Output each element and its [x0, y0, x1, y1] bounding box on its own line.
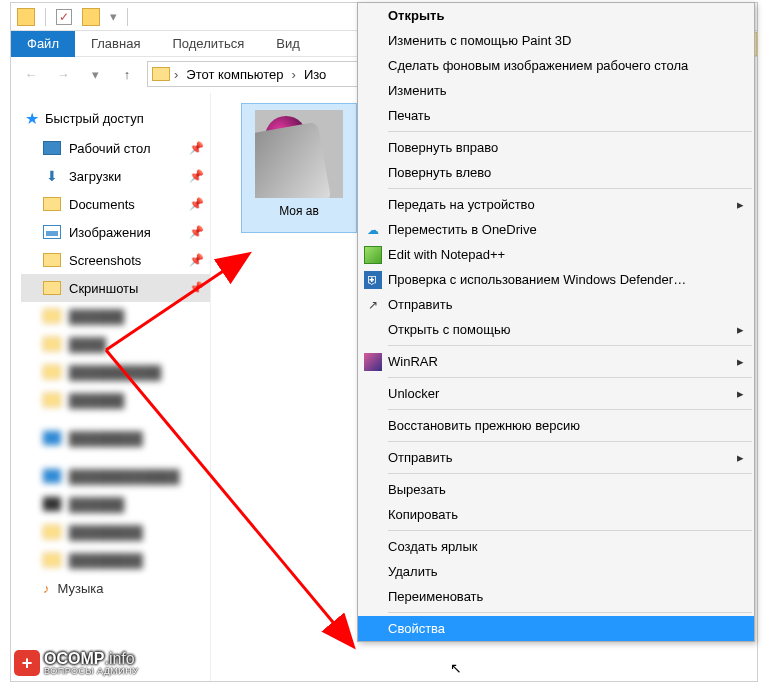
- ctx-label: Переместить в OneDrive: [388, 222, 537, 237]
- tab-home[interactable]: Главная: [75, 36, 156, 51]
- ctx-print[interactable]: Печать: [358, 103, 754, 128]
- ctx-unlocker[interactable]: Unlocker▸: [358, 381, 754, 406]
- separator: [127, 8, 128, 26]
- ctx-label: WinRAR: [388, 354, 438, 369]
- ctx-sendto[interactable]: Отправить▸: [358, 445, 754, 470]
- ctx-rotate-left[interactable]: Повернуть влево: [358, 160, 754, 185]
- ctx-label: Отправить: [388, 450, 452, 465]
- cursor-icon: ↖: [450, 660, 462, 676]
- sidebar: ★ Быстрый доступ Рабочий стол 📌 ⬇ Загруз…: [11, 93, 211, 681]
- chevron-right-icon: ▸: [737, 322, 744, 337]
- tab-file[interactable]: Файл: [11, 31, 75, 57]
- download-icon: ⬇: [43, 168, 61, 184]
- defender-icon: ⛨: [364, 271, 382, 289]
- sidebar-quick-access[interactable]: ★ Быстрый доступ: [21, 103, 210, 134]
- sidebar-item-screenshots[interactable]: Screenshots 📌: [21, 246, 210, 274]
- ctx-properties[interactable]: Свойства: [358, 616, 754, 641]
- chevron-right-icon[interactable]: ›: [292, 67, 296, 82]
- crumb-root[interactable]: Этот компьютер: [182, 67, 287, 82]
- chevron-right-icon[interactable]: ›: [174, 67, 178, 82]
- sidebar-item-blurred: ██████: [21, 386, 210, 414]
- pin-icon: 📌: [189, 225, 204, 239]
- ctx-delete[interactable]: Удалить: [358, 559, 754, 584]
- ctx-paint3d[interactable]: Изменить с помощью Paint 3D: [358, 28, 754, 53]
- sidebar-item-blurred: ████: [21, 330, 210, 358]
- separator: [388, 131, 752, 132]
- folder-icon: [43, 281, 61, 295]
- ctx-cut[interactable]: Вырезать: [358, 477, 754, 502]
- sidebar-item-desktop[interactable]: Рабочий стол 📌: [21, 134, 210, 162]
- pin-icon: 📌: [189, 141, 204, 155]
- music-icon: ♪: [43, 581, 50, 596]
- separator: [388, 409, 752, 410]
- chevron-down-icon[interactable]: ▾: [110, 9, 117, 24]
- ctx-restore[interactable]: Восстановить прежнюю версию: [358, 413, 754, 438]
- sidebar-item-music[interactable]: ♪ Музыка: [21, 574, 210, 602]
- winrar-icon: [364, 353, 382, 371]
- file-thumb[interactable]: Моя ав: [241, 103, 357, 233]
- separator: [388, 377, 752, 378]
- ctx-label: Передать на устройство: [388, 197, 535, 212]
- tab-view[interactable]: Вид: [260, 36, 316, 51]
- folder-icon: [43, 365, 61, 379]
- back-button[interactable]: ←: [19, 62, 43, 86]
- separator: [45, 8, 46, 26]
- sidebar-item-label: Загрузки: [69, 169, 121, 184]
- ctx-wallpaper[interactable]: Сделать фоновым изображением рабочего ст…: [358, 53, 754, 78]
- sidebar-item-documents[interactable]: Documents 📌: [21, 190, 210, 218]
- ctx-rotate-right[interactable]: Повернуть вправо: [358, 135, 754, 160]
- ctx-share[interactable]: ↗Отправить: [358, 292, 754, 317]
- checkbox-icon[interactable]: ✓: [56, 9, 72, 25]
- separator: [388, 530, 752, 531]
- ctx-rename[interactable]: Переименовать: [358, 584, 754, 609]
- plus-icon: +: [14, 650, 40, 676]
- ctx-copy[interactable]: Копировать: [358, 502, 754, 527]
- ctx-open[interactable]: Открыть: [358, 3, 754, 28]
- video-icon: [43, 497, 61, 511]
- quick-access-label: Быстрый доступ: [45, 111, 144, 126]
- folder-icon: [43, 309, 61, 323]
- tab-share[interactable]: Поделиться: [156, 36, 260, 51]
- pin-icon: 📌: [189, 253, 204, 267]
- sidebar-item-downloads[interactable]: ⬇ Загрузки 📌: [21, 162, 210, 190]
- separator: [388, 188, 752, 189]
- forward-button[interactable]: →: [51, 62, 75, 86]
- recent-dropdown-icon[interactable]: ▾: [83, 62, 107, 86]
- watermark-sub: ВОПРОСЫ АДМИНУ: [44, 667, 139, 676]
- chevron-right-icon: ▸: [737, 386, 744, 401]
- image-icon: [43, 225, 61, 239]
- sidebar-item-blurred: ████████: [21, 518, 210, 546]
- ctx-winrar[interactable]: WinRAR▸: [358, 349, 754, 374]
- sidebar-item-label: Рабочий стол: [69, 141, 151, 156]
- onedrive-icon: [43, 431, 61, 445]
- folder-icon: [43, 197, 61, 211]
- ctx-label: Проверка с использованием Windows Defend…: [388, 272, 686, 287]
- share-icon: ↗: [364, 296, 382, 314]
- sidebar-item-blurred: ████████: [21, 424, 210, 452]
- sidebar-item-blurred: ████████: [21, 546, 210, 574]
- sidebar-item-images[interactable]: Изображения 📌: [21, 218, 210, 246]
- up-button[interactable]: ↑: [115, 62, 139, 86]
- folder-icon: [43, 393, 61, 407]
- ctx-edit[interactable]: Изменить: [358, 78, 754, 103]
- sidebar-item-label: Documents: [69, 197, 135, 212]
- folder-icon: [152, 67, 170, 81]
- ctx-open-with[interactable]: Открыть с помощью▸: [358, 317, 754, 342]
- pin-icon: 📌: [189, 197, 204, 211]
- notepadpp-icon: [364, 246, 382, 264]
- ctx-label: Unlocker: [388, 386, 439, 401]
- desktop-icon: [43, 141, 61, 155]
- folder-icon: [43, 525, 61, 539]
- ctx-shortcut[interactable]: Создать ярлык: [358, 534, 754, 559]
- crumb-next[interactable]: Изо: [300, 67, 330, 82]
- watermark-brand: OCOMP.info: [44, 651, 139, 667]
- ctx-defender[interactable]: ⛨Проверка с использованием Windows Defen…: [358, 267, 754, 292]
- separator: [388, 441, 752, 442]
- ctx-cast[interactable]: Передать на устройство▸: [358, 192, 754, 217]
- ctx-notepadpp[interactable]: Edit with Notepad++: [358, 242, 754, 267]
- sidebar-item-blurred: ████████████: [21, 462, 210, 490]
- context-menu: Открыть Изменить с помощью Paint 3D Сдел…: [357, 2, 755, 642]
- ctx-onedrive[interactable]: ☁Переместить в OneDrive: [358, 217, 754, 242]
- sidebar-item-screenshots-ru[interactable]: Скриншоты 📌: [21, 274, 210, 302]
- sidebar-item-label: Изображения: [69, 225, 151, 240]
